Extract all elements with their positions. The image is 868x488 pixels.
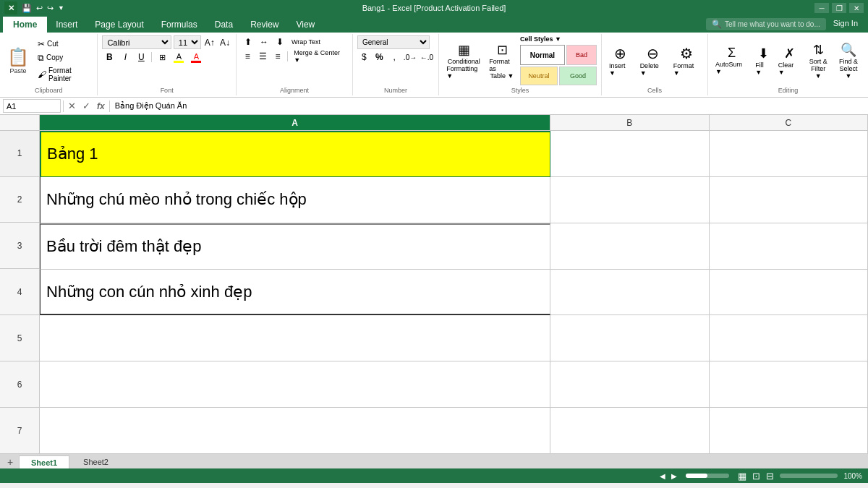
align-middle-button[interactable]: ↔ bbox=[257, 35, 271, 48]
ribbon-search-box[interactable]: 🔍 Tell me what you want to do... bbox=[706, 18, 826, 30]
cell-b4[interactable] bbox=[550, 270, 709, 316]
font-color-button[interactable]: A bbox=[188, 52, 204, 63]
style-normal[interactable]: Normal bbox=[520, 45, 565, 65]
normal-view-button[interactable]: ▦ bbox=[738, 471, 746, 481]
font-shrink-button[interactable]: A↓ bbox=[218, 38, 231, 48]
delete-button[interactable]: ⊖ Delete ▼ bbox=[637, 40, 668, 81]
font-size-select[interactable]: 11 bbox=[174, 35, 201, 49]
tab-formulas[interactable]: Formulas bbox=[153, 17, 206, 33]
page-layout-view-button[interactable]: ⊡ bbox=[752, 471, 760, 481]
col-header-a[interactable]: A bbox=[40, 115, 550, 131]
fill-button[interactable]: ⬇ Fill ▼ bbox=[752, 40, 773, 81]
cell-a7[interactable] bbox=[40, 408, 550, 454]
clear-button[interactable]: ✗ Clear ▼ bbox=[775, 40, 804, 81]
col-header-c[interactable]: C bbox=[710, 115, 868, 131]
insert-button[interactable]: ⊕ Insert ▼ bbox=[606, 40, 635, 81]
row-num-6: 6 bbox=[0, 361, 40, 408]
cell-b2[interactable] bbox=[550, 177, 709, 223]
row-numbers-panel: 1 2 3 4 5 6 7 bbox=[0, 115, 40, 454]
tab-home[interactable]: Home bbox=[3, 17, 47, 33]
align-right-button[interactable]: ≡ bbox=[271, 50, 285, 63]
restore-button[interactable]: ❐ bbox=[832, 3, 846, 13]
close-button[interactable]: ✕ bbox=[849, 3, 864, 13]
add-sheet-button[interactable]: + bbox=[3, 455, 17, 468]
wrap-text-button[interactable]: Wrap Text bbox=[289, 35, 323, 48]
style-good[interactable]: Good bbox=[559, 67, 597, 85]
cell-c7[interactable] bbox=[710, 408, 868, 454]
cell-b3[interactable] bbox=[550, 223, 709, 270]
align-top-button[interactable]: ⬆ bbox=[241, 35, 255, 48]
scroll-left-button[interactable]: ◀ bbox=[660, 472, 665, 480]
style-neutral[interactable]: Neutral bbox=[520, 67, 558, 85]
copy-button[interactable]: ⧉Copy bbox=[35, 51, 94, 64]
format-painter-button[interactable]: 🖌Format Painter bbox=[35, 65, 94, 84]
fill-color-button[interactable]: A bbox=[171, 52, 187, 63]
align-center-button[interactable]: ☰ bbox=[256, 50, 270, 63]
conditional-formatting-button[interactable]: ▦ Conditional Formatting ▼ bbox=[443, 40, 484, 81]
font-grow-button[interactable]: A↑ bbox=[203, 38, 216, 48]
cell-b6[interactable] bbox=[550, 361, 709, 408]
cell-a2[interactable]: Những chú mèo nhỏ trong chiếc hộp bbox=[40, 177, 550, 223]
quick-save-icon[interactable]: 💾 bbox=[22, 4, 32, 13]
style-bad[interactable]: Bad bbox=[566, 45, 597, 65]
cell-a3[interactable]: Bầu trời đêm thật đẹp bbox=[40, 223, 550, 270]
tab-insert[interactable]: Insert bbox=[47, 17, 86, 33]
cell-a1[interactable]: Bảng 1 bbox=[40, 131, 550, 177]
minimize-button[interactable]: ─ bbox=[814, 3, 829, 13]
bold-button[interactable]: B bbox=[102, 51, 116, 64]
percent-button[interactable]: % bbox=[373, 51, 386, 64]
cut-button[interactable]: ✂Cut bbox=[35, 38, 94, 51]
formula-input[interactable]: Bảng Điện Quán Ăn bbox=[112, 101, 865, 111]
signin-area[interactable]: Sign In bbox=[826, 16, 865, 30]
cell-b7[interactable] bbox=[550, 408, 709, 454]
cell-c3[interactable] bbox=[710, 223, 868, 270]
autosum-button[interactable]: Σ AutoSum ▼ bbox=[712, 40, 751, 81]
scroll-right-button[interactable]: ▶ bbox=[671, 472, 677, 480]
cell-a6[interactable] bbox=[40, 361, 550, 408]
number-format-select[interactable]: General bbox=[357, 35, 430, 49]
sheet-tab-sheet1[interactable]: Sheet1 bbox=[19, 455, 69, 468]
cell-b5[interactable] bbox=[550, 315, 709, 361]
cell-c6[interactable] bbox=[710, 361, 868, 408]
cell-c4[interactable] bbox=[710, 270, 868, 316]
increase-decimal-button[interactable]: .0→ bbox=[403, 51, 418, 64]
font-name-select[interactable]: Calibri bbox=[102, 35, 171, 49]
zoom-slider[interactable] bbox=[780, 474, 838, 478]
cell-a5[interactable] bbox=[40, 315, 550, 361]
format-as-table-button[interactable]: ⊡ Format as Table ▼ bbox=[486, 40, 518, 81]
tab-review[interactable]: Review bbox=[242, 17, 287, 33]
sheet-tab-sheet2[interactable]: Sheet2 bbox=[71, 455, 121, 468]
quick-access-dropdown[interactable]: ▼ bbox=[58, 4, 64, 12]
align-left-button[interactable]: ≡ bbox=[241, 50, 255, 63]
cell-b1[interactable] bbox=[550, 131, 709, 177]
styles-group: ▦ Conditional Formatting ▼ ⊡ Format as T… bbox=[439, 34, 602, 95]
align-bottom-button[interactable]: ⬇ bbox=[273, 35, 287, 48]
quick-undo-icon[interactable]: ↩ bbox=[36, 4, 43, 13]
tab-data[interactable]: Data bbox=[206, 17, 242, 33]
cell-c1[interactable] bbox=[710, 131, 868, 177]
formula-confirm-icon[interactable]: ✓ bbox=[80, 100, 93, 111]
status-bar-right: ◀ ▶ ▦ ⊡ ⊟ 100% bbox=[660, 471, 862, 481]
italic-button[interactable]: I bbox=[118, 51, 132, 64]
cell-a4[interactable]: Những con cún nhỏ xinh đẹp bbox=[40, 270, 550, 316]
formula-function-icon[interactable]: fx bbox=[95, 101, 107, 111]
cell-c5[interactable] bbox=[710, 315, 868, 361]
formula-cancel-icon[interactable]: ✕ bbox=[66, 100, 78, 111]
underline-button[interactable]: U bbox=[134, 51, 148, 64]
quick-redo-icon[interactable]: ↪ bbox=[47, 4, 54, 13]
page-break-view-button[interactable]: ⊟ bbox=[766, 471, 774, 481]
cell-c2[interactable] bbox=[710, 177, 868, 223]
merge-center-button[interactable]: Merge & Center ▼ bbox=[291, 50, 348, 63]
tab-page-layout[interactable]: Page Layout bbox=[86, 17, 152, 33]
paste-button[interactable]: 📋 Paste bbox=[3, 40, 33, 81]
format-button[interactable]: ⚙ Format ▼ bbox=[671, 40, 703, 81]
col-header-b[interactable]: B bbox=[550, 115, 709, 131]
borders-button[interactable]: ⊞ bbox=[155, 51, 169, 64]
sort-filter-button[interactable]: ⇅ Sort & Filter ▼ bbox=[805, 40, 832, 81]
tab-view[interactable]: View bbox=[287, 17, 323, 33]
currency-button[interactable]: $ bbox=[357, 51, 371, 64]
find-select-button[interactable]: 🔍 Find & Select ▼ bbox=[833, 40, 864, 81]
comma-button[interactable]: , bbox=[388, 51, 401, 64]
decrease-decimal-button[interactable]: ←.0 bbox=[419, 51, 434, 64]
name-box[interactable]: A1 bbox=[3, 99, 61, 113]
